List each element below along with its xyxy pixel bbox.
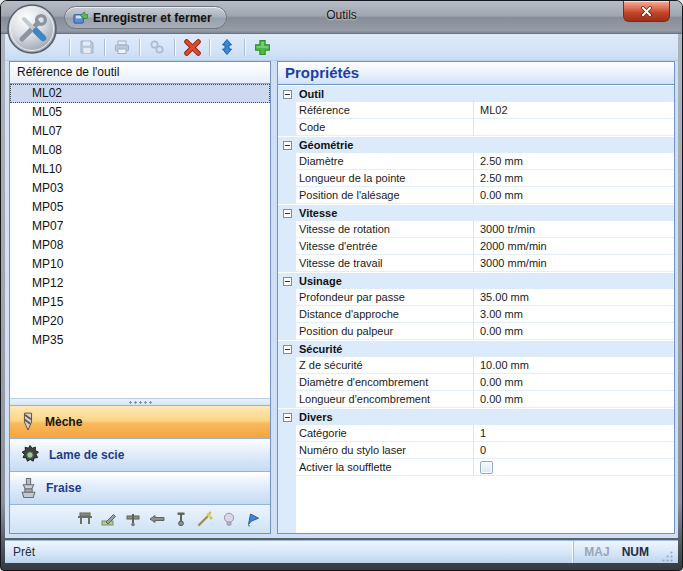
save-button[interactable] bbox=[77, 37, 97, 57]
tool-list-item[interactable]: MP08 bbox=[10, 236, 270, 255]
drill-bit-icon bbox=[20, 411, 36, 433]
move-up-down-button[interactable] bbox=[217, 37, 237, 57]
property-value[interactable]: 1 bbox=[473, 425, 674, 442]
property-grid: Outil Référence ML02 Code Géométrie bbox=[277, 84, 675, 534]
tool-list-item[interactable]: MP10 bbox=[10, 255, 270, 274]
category-button-fraise[interactable]: Fraise bbox=[10, 471, 270, 504]
close-button[interactable] bbox=[623, 1, 670, 22]
toolbar-separator bbox=[244, 39, 245, 56]
tool-list-item[interactable]: ML02 bbox=[10, 84, 270, 103]
property-group-divers: Divers bbox=[278, 408, 674, 425]
property-row: Z de sécurité 10.00 mm bbox=[278, 357, 674, 374]
tool-list-item[interactable]: ML10 bbox=[10, 160, 270, 179]
panel-splitter[interactable] bbox=[10, 398, 270, 405]
row-gutter bbox=[278, 170, 296, 187]
property-value[interactable]: 2.50 mm bbox=[473, 170, 674, 187]
property-group-securite: Sécurité bbox=[278, 340, 674, 357]
row-gutter bbox=[278, 102, 296, 119]
saw-blade-icon bbox=[20, 445, 40, 465]
property-value[interactable] bbox=[473, 119, 674, 136]
dowel-icon[interactable] bbox=[148, 510, 166, 528]
property-group-outil: Outil bbox=[278, 85, 674, 102]
tool-list-item[interactable]: MP05 bbox=[10, 198, 270, 217]
row-gutter bbox=[278, 289, 296, 306]
collapse-icon[interactable] bbox=[283, 141, 292, 150]
row-gutter bbox=[278, 187, 296, 204]
drill-press-icon[interactable] bbox=[76, 510, 94, 528]
app-menu-orb-button[interactable] bbox=[6, 3, 58, 55]
tool-list-panel: Référence de l'outil ML02 ML05 ML07 ML08… bbox=[9, 61, 271, 534]
property-value[interactable]: 10.00 mm bbox=[473, 357, 674, 374]
property-row: Position du palpeur 0.00 mm bbox=[278, 323, 674, 340]
property-value[interactable]: 2.50 mm bbox=[473, 153, 674, 170]
properties-panel: Propriétés Outil Référence ML02 Code bbox=[277, 61, 675, 534]
property-label: Référence bbox=[296, 102, 473, 119]
bulb-icon[interactable] bbox=[220, 510, 238, 528]
chisel-icon[interactable] bbox=[100, 510, 118, 528]
magic-wand-icon[interactable] bbox=[196, 510, 214, 528]
property-row: Vitesse de rotation 3000 tr/min bbox=[278, 221, 674, 238]
tool-list-item[interactable]: MP20 bbox=[10, 312, 270, 331]
property-row: Numéro du stylo laser 0 bbox=[278, 442, 674, 459]
tool-list-item[interactable]: MP35 bbox=[10, 331, 270, 350]
property-label: Diamètre bbox=[296, 153, 473, 170]
tool-list-item[interactable]: ML08 bbox=[10, 141, 270, 160]
category-button-lame-de-scie[interactable]: Lame de scie bbox=[10, 438, 270, 471]
property-label: Vitesse de travail bbox=[296, 255, 473, 272]
add-button[interactable] bbox=[252, 37, 272, 57]
category-label: Mèche bbox=[45, 415, 82, 429]
probe-icon[interactable] bbox=[172, 510, 190, 528]
tools-orb-icon bbox=[6, 3, 58, 55]
property-label: Longueur d'encombrement bbox=[296, 391, 473, 408]
status-bar: Prêt MAJ NUM bbox=[5, 540, 678, 563]
properties-header: Propriétés bbox=[277, 61, 675, 84]
delete-button[interactable] bbox=[182, 37, 202, 57]
collapse-icon[interactable] bbox=[283, 345, 292, 354]
property-value[interactable]: 0.00 mm bbox=[473, 374, 674, 391]
link-button[interactable] bbox=[147, 37, 167, 57]
property-value-checkbox-cell bbox=[473, 459, 674, 476]
property-label: Profondeur par passe bbox=[296, 289, 473, 306]
property-value[interactable]: 2000 mm/min bbox=[473, 238, 674, 255]
soufflette-checkbox[interactable] bbox=[480, 461, 493, 474]
row-gutter bbox=[278, 459, 296, 476]
property-value[interactable]: ML02 bbox=[473, 102, 674, 119]
collapse-icon[interactable] bbox=[283, 90, 292, 99]
toolbar-separator bbox=[174, 39, 175, 56]
property-value[interactable]: 0.00 mm bbox=[473, 323, 674, 340]
collapse-icon[interactable] bbox=[283, 209, 292, 218]
property-value[interactable]: 3.00 mm bbox=[473, 306, 674, 323]
row-gutter bbox=[278, 391, 296, 408]
property-value[interactable]: 0.00 mm bbox=[473, 187, 674, 204]
property-label: Longueur de la pointe bbox=[296, 170, 473, 187]
property-value[interactable]: 3000 mm/min bbox=[473, 255, 674, 272]
caps-lock-indicator: MAJ bbox=[584, 545, 609, 559]
tool-list-item[interactable]: MP15 bbox=[10, 293, 270, 312]
resize-grip[interactable] bbox=[661, 550, 674, 563]
property-value[interactable]: 35.00 mm bbox=[473, 289, 674, 306]
property-label: Numéro du stylo laser bbox=[296, 442, 473, 459]
tool-list-item[interactable]: MP03 bbox=[10, 179, 270, 198]
tool-list-item[interactable]: MP07 bbox=[10, 217, 270, 236]
row-gutter bbox=[278, 357, 296, 374]
print-button[interactable] bbox=[112, 37, 132, 57]
property-label: Vitesse d'entrée bbox=[296, 238, 473, 255]
collapse-icon[interactable] bbox=[283, 413, 292, 422]
property-row: Diamètre 2.50 mm bbox=[278, 153, 674, 170]
toolbar-separator bbox=[104, 39, 105, 56]
property-value[interactable]: 3000 tr/min bbox=[473, 221, 674, 238]
row-gutter bbox=[278, 442, 296, 459]
tool-list-item[interactable]: ML05 bbox=[10, 103, 270, 122]
property-row: Profondeur par passe 35.00 mm bbox=[278, 289, 674, 306]
tool-list-item[interactable]: ML07 bbox=[10, 122, 270, 141]
tool-list-item[interactable]: MP12 bbox=[10, 274, 270, 293]
group-title: Usinage bbox=[296, 275, 342, 287]
property-row: Vitesse de travail 3000 mm/min bbox=[278, 255, 674, 272]
flag-icon[interactable] bbox=[244, 510, 262, 528]
property-row: Catégorie 1 bbox=[278, 425, 674, 442]
property-value[interactable]: 0.00 mm bbox=[473, 391, 674, 408]
collapse-icon[interactable] bbox=[283, 277, 292, 286]
category-button-meche[interactable]: Mèche bbox=[10, 405, 270, 438]
property-value[interactable]: 0 bbox=[473, 442, 674, 459]
clamp-icon[interactable] bbox=[124, 510, 142, 528]
